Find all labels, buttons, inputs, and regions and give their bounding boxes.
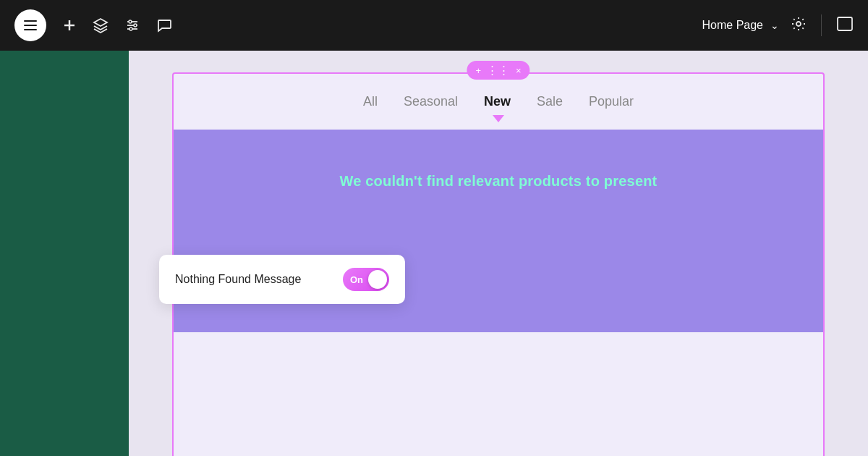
preview-button[interactable]: [836, 16, 854, 35]
widget-toolbar: + ⋮⋮ ×: [467, 61, 529, 80]
sidebar-background: [0, 51, 129, 456]
svg-rect-10: [838, 17, 852, 30]
nothing-found-toggle[interactable]: On: [343, 268, 389, 291]
toggle-thumb: [368, 270, 387, 289]
settings-label: Nothing Found Message: [175, 273, 328, 286]
svg-point-7: [134, 24, 137, 27]
page-name: Home Page: [702, 19, 764, 32]
svg-point-6: [129, 20, 132, 23]
tab-popular[interactable]: Popular: [589, 94, 634, 109]
widget-frame: + ⋮⋮ × All Seasonal New Sale Popular We …: [172, 72, 825, 456]
chevron-down-icon: ⌄: [770, 20, 779, 31]
toolbar-right: Home Page ⌄: [702, 14, 854, 36]
empty-message: We couldn't find relevant products to pr…: [340, 173, 658, 190]
gear-button[interactable]: [791, 16, 807, 35]
tab-seasonal[interactable]: Seasonal: [404, 94, 458, 109]
menu-button[interactable]: [14, 9, 46, 41]
svg-point-8: [129, 28, 132, 30]
toggle-track: On: [343, 268, 389, 291]
svg-point-9: [796, 22, 801, 26]
tab-new[interactable]: New: [484, 94, 511, 109]
settings-panel: Nothing Found Message On: [159, 255, 405, 304]
canvas-area: + ⋮⋮ × All Seasonal New Sale Popular We …: [129, 51, 868, 456]
toolbar-divider: [821, 14, 822, 36]
chat-button[interactable]: [156, 17, 172, 33]
svg-marker-2: [94, 19, 107, 26]
widget-close-icon[interactable]: ×: [516, 65, 522, 76]
toolbar-left: [14, 9, 172, 41]
tab-arrow-shape: [493, 115, 504, 122]
tab-sale[interactable]: Sale: [537, 94, 563, 109]
hamburger-icon: [24, 20, 37, 30]
page-selector[interactable]: Home Page ⌄: [702, 19, 780, 32]
filters-button[interactable]: [124, 17, 140, 33]
widget-add-icon[interactable]: +: [475, 65, 481, 76]
add-button[interactable]: [62, 18, 77, 33]
tab-active-indicator: [174, 115, 823, 122]
widget-drag-icon[interactable]: ⋮⋮: [487, 64, 510, 77]
layers-button[interactable]: [93, 17, 109, 33]
tab-all[interactable]: All: [363, 94, 378, 109]
toggle-container[interactable]: On: [343, 268, 389, 291]
toggle-on-label: On: [350, 274, 363, 285]
main-toolbar: Home Page ⌄: [0, 0, 868, 51]
